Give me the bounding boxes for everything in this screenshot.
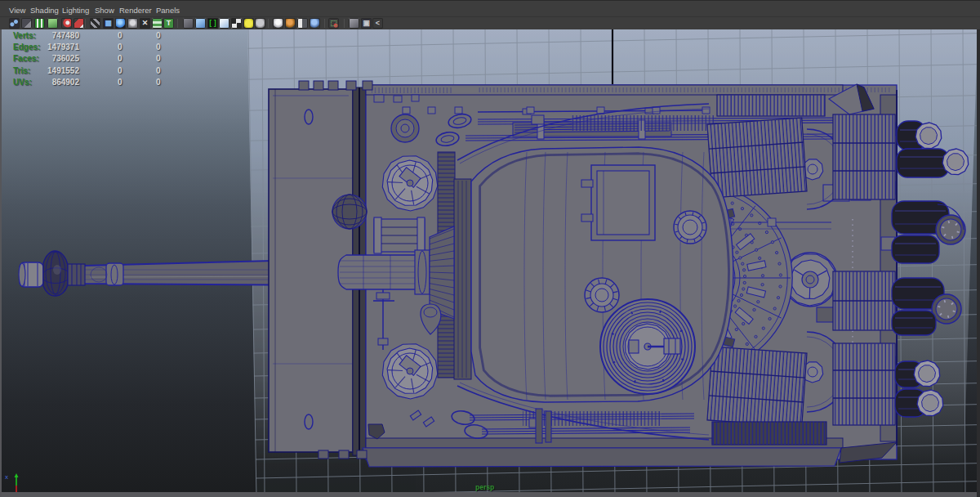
svg-text:x: x [5,473,8,481]
